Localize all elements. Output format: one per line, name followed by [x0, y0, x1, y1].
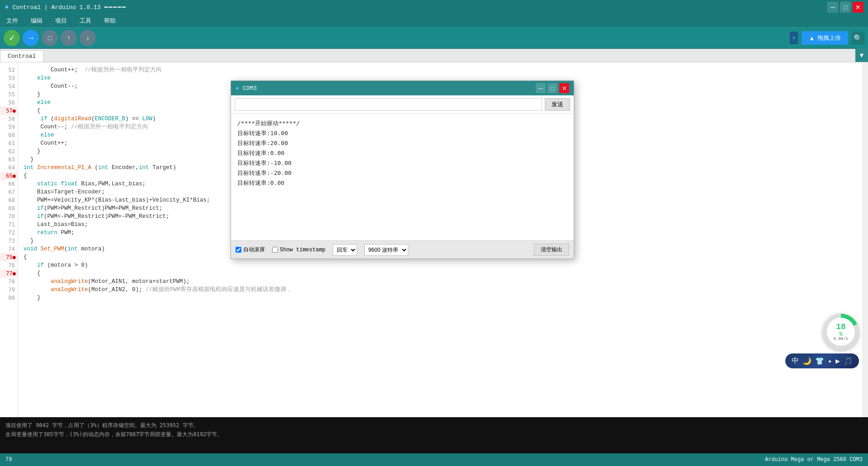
- serial-line-4: 目标转速率:0.00: [237, 148, 567, 158]
- com3-close-button[interactable]: ✕: [559, 83, 569, 93]
- line-73: 73: [0, 237, 18, 245]
- code-line-79: analogWrite(Motor_AIN2, 0); //赋值给PWM寄存器根…: [24, 286, 859, 294]
- com3-maximize-button[interactable]: □: [547, 83, 557, 93]
- line-54: 54: [0, 82, 18, 90]
- menu-bar: 文件 编辑 项目 工具 帮助: [0, 14, 868, 27]
- autoscroll-checkbox[interactable]: [236, 247, 241, 253]
- com3-title: COM3: [243, 85, 257, 92]
- maximize-button[interactable]: □: [840, 2, 851, 13]
- line-57: 57●: [0, 107, 18, 115]
- com3-footer: 自动滚屏 Show timestamp 回车 9600 波特率 清空输出: [231, 240, 574, 259]
- upload-button[interactable]: →: [23, 30, 39, 46]
- speed-gauge-inner: 18 % 0.8K/s: [827, 318, 855, 346]
- line-55: 55: [0, 90, 18, 99]
- line-77: 77●: [0, 269, 18, 278]
- line-78: 78: [0, 278, 18, 286]
- com3-input-field[interactable]: [235, 98, 542, 111]
- bottom-board-info: Arduino Mega or Mega 2560 COM3: [765, 457, 863, 463]
- timestamp-checkbox[interactable]: [272, 247, 278, 253]
- line-58: 58: [0, 115, 18, 123]
- line-70: 70: [0, 212, 18, 221]
- bottom-bar: 79 Arduino Mega or Mega 2560 COM3: [0, 453, 868, 466]
- title-bar-controls: ─ □ ✕: [827, 2, 863, 13]
- com3-send-button[interactable]: 发送: [545, 98, 570, 111]
- line-72: 72: [0, 229, 18, 237]
- menu-edit[interactable]: 编辑: [28, 16, 45, 26]
- code-line-52: Count++; //根据另外一相电平判定方向: [24, 66, 859, 74]
- com3-output: /****开始驱动*****/ 目标转速率:10.00 目标转速率:20.00 …: [231, 114, 574, 240]
- line-79: 79: [0, 286, 18, 294]
- widget-icon-play: ▶: [835, 357, 840, 366]
- verify-button[interactable]: ✓: [4, 30, 20, 46]
- loading-bar: ━━━━━: [104, 4, 127, 11]
- search-button[interactable]: 🔍: [852, 32, 864, 44]
- title-bar: ● Controal | Arduino 1.8.13 ━━━━━ ─ □ ✕: [0, 0, 868, 14]
- baud-select[interactable]: 9600 波特率: [364, 244, 408, 256]
- code-line-80: }: [24, 294, 859, 302]
- new-button[interactable]: □: [42, 30, 58, 46]
- menu-file[interactable]: 文件: [4, 16, 21, 26]
- line-64: 64: [0, 164, 18, 172]
- code-line-77: {: [24, 269, 859, 278]
- line-66: 66: [0, 180, 18, 188]
- line-61: 61: [0, 139, 18, 147]
- line-67: 67: [0, 188, 18, 196]
- close-button[interactable]: ✕: [853, 2, 863, 13]
- toolbar-right: ⚡ ▲ 拖拽上传 🔍: [790, 31, 864, 45]
- autoscroll-label[interactable]: 自动滚屏: [236, 246, 265, 254]
- gauge-percent: 18: [836, 322, 846, 331]
- bluetooth-icon: ⚡: [792, 33, 796, 42]
- status-line-1: 项目使用了 9042 字节，占用了（3%）程序存储空间。最大为 253952 字…: [5, 421, 863, 430]
- app-title: Controal | Arduino 1.8.13: [13, 4, 101, 11]
- tab-controal[interactable]: Controal: [0, 50, 43, 62]
- serial-line-6: 目标转速率:-20.00: [237, 168, 567, 178]
- timestamp-label[interactable]: Show timestamp: [272, 247, 326, 253]
- com3-titlebar: ● COM3 ─ □ ✕: [231, 81, 574, 95]
- taskbar-widget: 中 🌙 👕 ✦ ▶ 🎵: [785, 353, 859, 368]
- line-56: 56: [0, 99, 18, 107]
- speed-gauge: 18 % 0.8K/s: [823, 314, 859, 350]
- serial-line-5: 目标转速率:-10.00: [237, 158, 567, 168]
- com3-minimize-button[interactable]: ─: [536, 83, 546, 93]
- open-button[interactable]: ↑: [61, 30, 77, 46]
- tab-dropdown-button[interactable]: ▼: [855, 48, 868, 62]
- line-71: 71: [0, 221, 18, 229]
- widget-icon-star: ✦: [828, 357, 832, 366]
- com3-input-bar: 发送: [231, 95, 574, 114]
- menu-tools[interactable]: 工具: [77, 16, 94, 26]
- menu-project[interactable]: 项目: [52, 16, 70, 26]
- minimize-button[interactable]: ─: [827, 2, 838, 13]
- gauge-speed-label: 0.8K/s: [834, 337, 848, 341]
- code-line-78: analogWrite(Motor_AIN1, motora+startPWM)…: [24, 278, 859, 286]
- drag-upload-button[interactable]: ▲ 拖拽上传: [802, 31, 848, 45]
- com3-titlebar-buttons: ─ □ ✕: [536, 83, 569, 93]
- line-numbers: 52 53 54 55 56 57● 58 59 60 61 62 63 64 …: [0, 62, 18, 417]
- widget-icon-shirt: 👕: [815, 357, 824, 366]
- line-74: 74: [0, 245, 18, 253]
- widget-icon-zh: 中: [792, 356, 799, 366]
- app-icon: ●: [5, 3, 9, 11]
- com3-titlebar-left: ● COM3: [236, 85, 257, 92]
- serial-line-1: /****开始驱动*****/: [237, 118, 567, 128]
- line-69: 69: [0, 204, 18, 212]
- code-line-76: if (motora > 0): [24, 261, 859, 269]
- line-52: 52: [0, 66, 18, 74]
- title-bar-left: ● Controal | Arduino 1.8.13 ━━━━━: [5, 3, 127, 11]
- status-line-2: 全局变量使用了305字节，(3%)的动态内存，余留7887字节局部变量。最大为8…: [5, 430, 863, 439]
- line-75: 75●: [0, 253, 18, 261]
- serial-line-3: 目标转速率:20.00: [237, 138, 567, 148]
- editor-area: 52 53 54 55 56 57● 58 59 60 61 62 63 64 …: [0, 62, 868, 417]
- line-62: 62: [0, 147, 18, 155]
- clear-output-button[interactable]: 清空输出: [534, 244, 569, 256]
- serial-line-2: 目标转速率:10.00: [237, 128, 567, 138]
- save-button[interactable]: ↓: [80, 30, 96, 46]
- newline-select[interactable]: 回车: [333, 244, 357, 256]
- editor-scrollbar[interactable]: [863, 62, 868, 417]
- line-65: 65●: [0, 172, 18, 180]
- com3-modal: ● COM3 ─ □ ✕ 发送 /****开始驱动*****/ 目标转速率:10…: [231, 80, 574, 259]
- line-63: 63: [0, 155, 18, 164]
- toolbar: ✓ → □ ↑ ↓ ⚡ ▲ 拖拽上传 🔍: [0, 27, 868, 49]
- upload-icon: ▲: [809, 35, 815, 42]
- line-80: 80: [0, 294, 18, 302]
- menu-help[interactable]: 帮助: [101, 16, 118, 26]
